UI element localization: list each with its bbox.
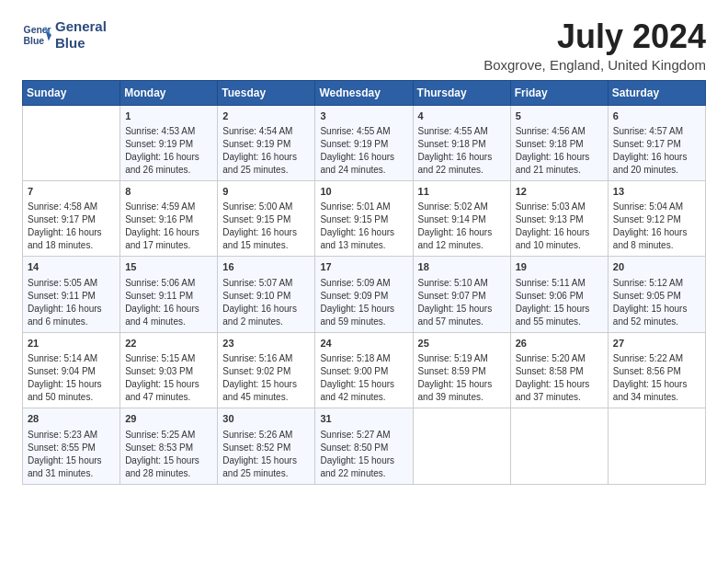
calendar-cell: 21Sunrise: 5:14 AM Sunset: 9:04 PM Dayli… bbox=[23, 332, 120, 408]
day-info: Sunrise: 4:59 AM Sunset: 9:16 PM Dayligh… bbox=[125, 201, 212, 252]
day-number: 14 bbox=[28, 260, 115, 274]
day-number: 8 bbox=[125, 185, 212, 199]
day-number: 10 bbox=[320, 185, 407, 199]
day-info: Sunrise: 5:18 AM Sunset: 9:00 PM Dayligh… bbox=[320, 352, 407, 404]
day-number: 11 bbox=[418, 185, 506, 199]
day-info: Sunrise: 5:23 AM Sunset: 8:55 PM Dayligh… bbox=[28, 429, 115, 480]
day-number: 9 bbox=[222, 185, 310, 199]
day-info: Sunrise: 5:10 AM Sunset: 9:07 PM Dayligh… bbox=[418, 277, 506, 328]
calendar-cell: 11Sunrise: 5:02 AM Sunset: 9:14 PM Dayli… bbox=[413, 180, 510, 256]
day-number: 21 bbox=[28, 337, 115, 350]
day-info: Sunrise: 5:01 AM Sunset: 9:15 PM Dayligh… bbox=[320, 201, 407, 252]
calendar-week-row: 14Sunrise: 5:05 AM Sunset: 9:11 PM Dayli… bbox=[23, 257, 706, 332]
calendar-cell: 31Sunrise: 5:27 AM Sunset: 8:50 PM Dayli… bbox=[315, 408, 413, 484]
logo-text-line2: Blue bbox=[55, 35, 107, 52]
day-info: Sunrise: 5:02 AM Sunset: 9:14 PM Dayligh… bbox=[418, 201, 506, 252]
day-info: Sunrise: 4:58 AM Sunset: 9:17 PM Dayligh… bbox=[28, 201, 115, 252]
calendar-cell: 15Sunrise: 5:06 AM Sunset: 9:11 PM Dayli… bbox=[120, 257, 218, 332]
day-info: Sunrise: 5:15 AM Sunset: 9:03 PM Dayligh… bbox=[125, 352, 212, 404]
weekday-header-thursday: Thursday bbox=[413, 80, 510, 105]
calendar-cell: 22Sunrise: 5:15 AM Sunset: 9:03 PM Dayli… bbox=[120, 332, 218, 408]
day-info: Sunrise: 5:03 AM Sunset: 9:13 PM Dayligh… bbox=[516, 201, 603, 252]
calendar-week-row: 1Sunrise: 4:53 AM Sunset: 9:19 PM Daylig… bbox=[23, 105, 706, 180]
calendar-cell: 2Sunrise: 4:54 AM Sunset: 9:19 PM Daylig… bbox=[218, 105, 315, 180]
day-number: 19 bbox=[516, 260, 603, 274]
weekday-header-row: SundayMondayTuesdayWednesdayThursdayFrid… bbox=[23, 80, 706, 105]
day-info: Sunrise: 5:19 AM Sunset: 8:59 PM Dayligh… bbox=[418, 352, 506, 404]
day-info: Sunrise: 5:27 AM Sunset: 8:50 PM Dayligh… bbox=[320, 429, 407, 480]
day-number: 13 bbox=[613, 185, 700, 199]
calendar-cell: 14Sunrise: 5:05 AM Sunset: 9:11 PM Dayli… bbox=[23, 257, 120, 332]
day-info: Sunrise: 5:22 AM Sunset: 8:56 PM Dayligh… bbox=[613, 352, 700, 404]
calendar-cell: 23Sunrise: 5:16 AM Sunset: 9:02 PM Dayli… bbox=[218, 332, 315, 408]
day-info: Sunrise: 4:53 AM Sunset: 9:19 PM Dayligh… bbox=[125, 125, 212, 177]
day-number: 30 bbox=[222, 412, 310, 426]
day-number: 4 bbox=[418, 109, 506, 123]
day-info: Sunrise: 5:14 AM Sunset: 9:04 PM Dayligh… bbox=[28, 352, 115, 404]
weekday-header-monday: Monday bbox=[120, 80, 218, 105]
calendar-cell: 25Sunrise: 5:19 AM Sunset: 8:59 PM Dayli… bbox=[413, 332, 510, 408]
day-info: Sunrise: 5:09 AM Sunset: 9:09 PM Dayligh… bbox=[320, 277, 407, 328]
day-number: 15 bbox=[125, 260, 212, 274]
day-number: 18 bbox=[418, 260, 506, 274]
day-number: 12 bbox=[516, 185, 603, 199]
calendar-week-row: 28Sunrise: 5:23 AM Sunset: 8:55 PM Dayli… bbox=[23, 408, 706, 484]
day-info: Sunrise: 4:54 AM Sunset: 9:19 PM Dayligh… bbox=[222, 125, 310, 177]
day-number: 31 bbox=[320, 412, 407, 426]
day-number: 17 bbox=[320, 260, 407, 274]
calendar-cell: 1Sunrise: 4:53 AM Sunset: 9:19 PM Daylig… bbox=[120, 105, 218, 180]
month-title: July 2024 bbox=[483, 18, 706, 55]
calendar-cell: 6Sunrise: 4:57 AM Sunset: 9:17 PM Daylig… bbox=[608, 105, 705, 180]
day-info: Sunrise: 4:55 AM Sunset: 9:18 PM Dayligh… bbox=[418, 125, 506, 177]
weekday-header-sunday: Sunday bbox=[23, 80, 120, 105]
calendar-cell: 26Sunrise: 5:20 AM Sunset: 8:58 PM Dayli… bbox=[510, 332, 608, 408]
day-number: 16 bbox=[222, 260, 310, 274]
day-number: 24 bbox=[320, 337, 407, 350]
calendar-cell: 29Sunrise: 5:25 AM Sunset: 8:53 PM Dayli… bbox=[120, 408, 218, 484]
day-number: 5 bbox=[516, 109, 603, 123]
calendar-cell: 24Sunrise: 5:18 AM Sunset: 9:00 PM Dayli… bbox=[315, 332, 413, 408]
logo: General Blue General Blue bbox=[22, 18, 107, 52]
day-number: 3 bbox=[320, 109, 407, 123]
day-number: 26 bbox=[516, 337, 603, 350]
calendar-cell bbox=[510, 408, 608, 484]
calendar-cell: 19Sunrise: 5:11 AM Sunset: 9:06 PM Dayli… bbox=[510, 257, 608, 332]
day-number: 28 bbox=[28, 412, 115, 426]
calendar-cell: 5Sunrise: 4:56 AM Sunset: 9:18 PM Daylig… bbox=[510, 105, 608, 180]
calendar-cell: 30Sunrise: 5:26 AM Sunset: 8:52 PM Dayli… bbox=[218, 408, 315, 484]
weekday-header-wednesday: Wednesday bbox=[315, 80, 413, 105]
calendar-cell: 16Sunrise: 5:07 AM Sunset: 9:10 PM Dayli… bbox=[218, 257, 315, 332]
calendar-cell: 12Sunrise: 5:03 AM Sunset: 9:13 PM Dayli… bbox=[510, 180, 608, 256]
day-info: Sunrise: 5:26 AM Sunset: 8:52 PM Dayligh… bbox=[222, 429, 310, 480]
day-number: 7 bbox=[28, 185, 115, 199]
day-number: 22 bbox=[125, 337, 212, 350]
calendar-table: SundayMondayTuesdayWednesdayThursdayFrid… bbox=[22, 80, 706, 485]
day-info: Sunrise: 5:16 AM Sunset: 9:02 PM Dayligh… bbox=[222, 352, 310, 404]
calendar-cell bbox=[608, 408, 705, 484]
calendar-cell: 4Sunrise: 4:55 AM Sunset: 9:18 PM Daylig… bbox=[413, 105, 510, 180]
day-info: Sunrise: 5:25 AM Sunset: 8:53 PM Dayligh… bbox=[125, 429, 212, 480]
calendar-cell: 20Sunrise: 5:12 AM Sunset: 9:05 PM Dayli… bbox=[608, 257, 705, 332]
calendar-cell: 3Sunrise: 4:55 AM Sunset: 9:19 PM Daylig… bbox=[315, 105, 413, 180]
day-number: 2 bbox=[222, 109, 310, 123]
calendar-week-row: 21Sunrise: 5:14 AM Sunset: 9:04 PM Dayli… bbox=[23, 332, 706, 408]
calendar-cell: 13Sunrise: 5:04 AM Sunset: 9:12 PM Dayli… bbox=[608, 180, 705, 256]
calendar-week-row: 7Sunrise: 4:58 AM Sunset: 9:17 PM Daylig… bbox=[23, 180, 706, 256]
calendar-cell: 28Sunrise: 5:23 AM Sunset: 8:55 PM Dayli… bbox=[23, 408, 120, 484]
calendar-cell: 7Sunrise: 4:58 AM Sunset: 9:17 PM Daylig… bbox=[23, 180, 120, 256]
day-number: 25 bbox=[418, 337, 506, 350]
day-number: 29 bbox=[125, 412, 212, 426]
day-info: Sunrise: 5:05 AM Sunset: 9:11 PM Dayligh… bbox=[28, 277, 115, 328]
calendar-cell: 18Sunrise: 5:10 AM Sunset: 9:07 PM Dayli… bbox=[413, 257, 510, 332]
day-info: Sunrise: 5:07 AM Sunset: 9:10 PM Dayligh… bbox=[222, 277, 310, 328]
calendar-cell: 10Sunrise: 5:01 AM Sunset: 9:15 PM Dayli… bbox=[315, 180, 413, 256]
day-info: Sunrise: 5:20 AM Sunset: 8:58 PM Dayligh… bbox=[516, 352, 603, 404]
day-info: Sunrise: 5:00 AM Sunset: 9:15 PM Dayligh… bbox=[222, 201, 310, 252]
title-block: July 2024 Boxgrove, England, United King… bbox=[483, 18, 706, 73]
calendar-cell: 27Sunrise: 5:22 AM Sunset: 8:56 PM Dayli… bbox=[608, 332, 705, 408]
day-info: Sunrise: 5:11 AM Sunset: 9:06 PM Dayligh… bbox=[516, 277, 603, 328]
day-number: 23 bbox=[222, 337, 310, 350]
day-info: Sunrise: 4:57 AM Sunset: 9:17 PM Dayligh… bbox=[613, 125, 700, 177]
day-number: 6 bbox=[613, 109, 700, 123]
logo-icon: General Blue bbox=[22, 20, 51, 50]
